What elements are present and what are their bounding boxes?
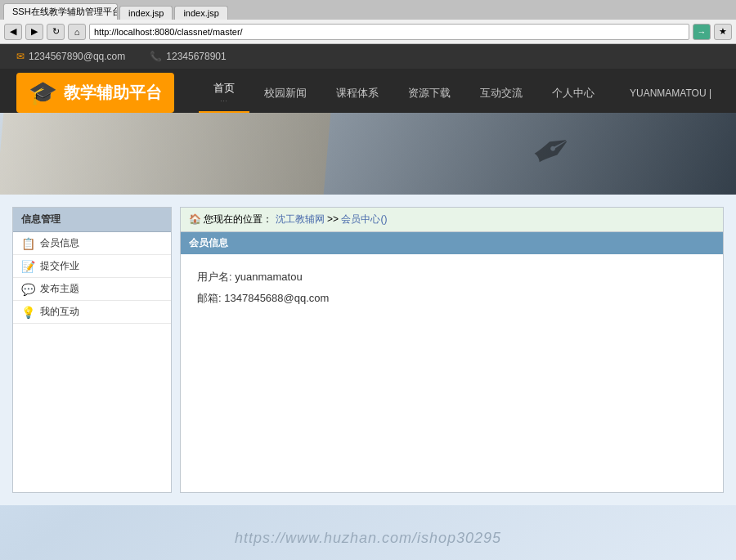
contact-email-text: 1234567890@qq.com: [29, 51, 125, 62]
member-info-body: 用户名: yuanmamatou 邮箱: 1347845688@qq.com: [181, 254, 723, 321]
nav-home[interactable]: 首页 ...: [199, 73, 249, 113]
sidebar-item-submit-homework[interactable]: 📝 提交作业: [13, 255, 171, 278]
watermark: https://www.huzhan.com/ishop30295: [0, 505, 736, 560]
email-label: 邮箱:: [197, 292, 222, 304]
go-button[interactable]: →: [693, 24, 711, 40]
breadcrumb-icon: 🏠: [189, 213, 201, 225]
main-body: 信息管理 📋 会员信息 📝 提交作业 💬 发布主题 💡 我的互动 🏠: [0, 195, 736, 505]
sidebar-item-my-interaction[interactable]: 💡 我的互动: [13, 301, 171, 324]
sidebar-item-label: 发布主题: [40, 282, 79, 296]
member-info-header: 会员信息: [181, 232, 723, 254]
username-value: yuanmamatou: [235, 271, 302, 283]
breadcrumb-text: 您现在的位置：: [204, 213, 272, 225]
email-row: 邮箱: 1347845688@qq.com: [197, 288, 707, 309]
sidebar-item-post-topic[interactable]: 💬 发布主题: [13, 278, 171, 301]
nav-resources[interactable]: 资源下载: [393, 78, 465, 109]
username-row: 用户名: yuanmamatou: [197, 267, 707, 288]
member-info-icon: 📋: [21, 237, 35, 250]
nav-interaction[interactable]: 互动交流: [465, 78, 537, 109]
breadcrumb-separator: >>: [327, 213, 341, 225]
nav-news[interactable]: 校园新闻: [249, 78, 321, 109]
tab-index2[interactable]: index.jsp: [174, 6, 227, 20]
header-top-bar: ✉ 1234567890@qq.com 📞 12345678901: [0, 44, 736, 69]
nav-courses[interactable]: 课程体系: [321, 78, 393, 109]
hero-banner: ✒: [0, 113, 736, 195]
logo[interactable]: 🎓 教学辅助平台: [16, 73, 174, 113]
tab-active[interactable]: SSH在线教学辅助管理平台 - M...: [3, 3, 118, 20]
nav-profile[interactable]: 个人中心: [537, 78, 609, 109]
submit-homework-icon: 📝: [21, 260, 35, 273]
breadcrumb: 🏠 您现在的位置： 沈工教辅网 >> 会员中心(): [181, 208, 723, 232]
member-info-section: 会员信息 用户名: yuanmamatou 邮箱: 1347845688@qq.…: [181, 232, 723, 321]
username-label: 用户名:: [197, 271, 232, 283]
nav-user-label: YUANMAMATOU |: [622, 79, 720, 107]
forward-button[interactable]: ▶: [25, 24, 43, 40]
phone-icon: 📞: [150, 51, 162, 62]
refresh-button[interactable]: ↻: [47, 24, 65, 40]
sidebar-item-label: 会员信息: [40, 236, 79, 250]
address-bar[interactable]: [89, 24, 689, 40]
breadcrumb-link-home[interactable]: 沈工教辅网: [276, 213, 325, 225]
logo-icon: 🎓: [29, 79, 57, 106]
back-button[interactable]: ◀: [4, 24, 22, 40]
email-value: 1347845688@qq.com: [224, 292, 329, 304]
bookmark-button[interactable]: ★: [714, 24, 732, 40]
tab-index1[interactable]: index.jsp: [119, 6, 173, 20]
email-icon: ✉: [16, 51, 25, 62]
post-topic-icon: 💬: [21, 283, 35, 296]
phone-contact: 📞 12345678901: [150, 51, 226, 62]
sidebar: 信息管理 📋 会员信息 📝 提交作业 💬 发布主题 💡 我的互动: [12, 207, 172, 493]
sidebar-item-member-info[interactable]: 📋 会员信息: [13, 232, 171, 255]
contact-phone-text: 12345678901: [166, 51, 226, 62]
hero-overlay: [0, 113, 736, 195]
main-content-area: 🏠 您现在的位置： 沈工教辅网 >> 会员中心() 会员信息 用户名: yuan…: [180, 207, 724, 493]
breadcrumb-link-member[interactable]: 会员中心(): [341, 213, 387, 225]
my-interaction-icon: 💡: [21, 306, 35, 319]
email-contact: ✉ 1234567890@qq.com: [16, 51, 125, 62]
sidebar-item-label: 提交作业: [40, 259, 79, 273]
sidebar-item-label: 我的互动: [40, 305, 79, 319]
logo-text: 教学辅助平台: [64, 82, 162, 104]
home-button[interactable]: ⌂: [68, 24, 86, 40]
nav-home-dots: ...: [220, 96, 228, 103]
sidebar-header: 信息管理: [13, 208, 171, 232]
